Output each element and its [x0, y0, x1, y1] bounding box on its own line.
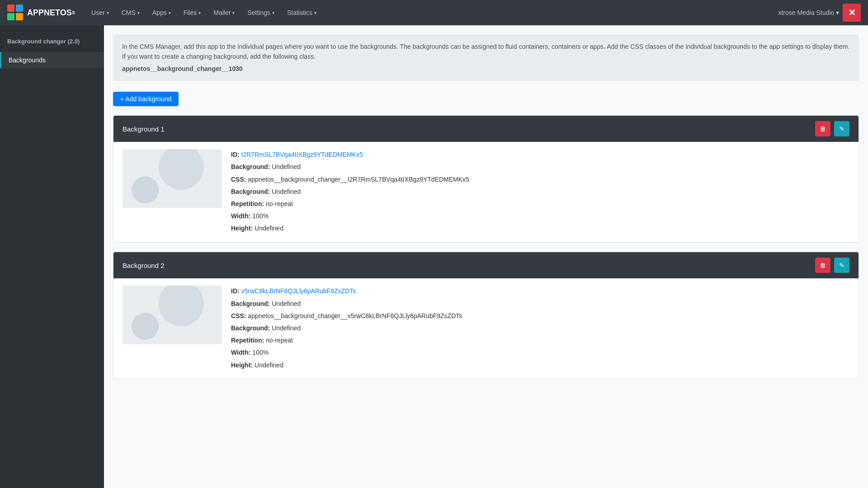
bg-delete-button-2[interactable]: 🗑 — [815, 258, 830, 273]
sidebar-item-backgrounds[interactable]: Backgrounds — [0, 52, 104, 68]
nav-items: User ▾ CMS ▾ Apps ▾ Files ▾ Mailer ▾ Set… — [86, 5, 322, 20]
bg-label-width-1: Width: — [231, 212, 250, 220]
bg-css-value-1: appnetos__background_changer__I2R7RmSL7B… — [248, 176, 469, 183]
sidebar-title: Background changer (2.0) — [0, 34, 104, 52]
files-chevron: ▾ — [198, 10, 201, 15]
bg-field-width-2: Width: 100% — [231, 347, 849, 358]
settings-chevron: ▾ — [272, 10, 274, 15]
bg-label-width-2: Width: — [231, 349, 250, 356]
bg-background-value-2: Undefined — [272, 300, 301, 307]
bg-card-body-2: ID: v5rwC8kLBrNF6QJLly6pARubF9ZsZDTs Bac… — [113, 278, 859, 379]
cms-chevron: ▾ — [137, 10, 140, 15]
close-button[interactable]: ✕ — [843, 4, 861, 22]
bg-edit-button-1[interactable]: ✎ — [834, 121, 849, 136]
brand-logo[interactable]: APPNETOS® — [7, 5, 75, 21]
brand-icon — [7, 5, 24, 21]
info-box: In the CMS Manager, add this app to the … — [113, 34, 859, 81]
bg-preview-2 — [123, 286, 222, 344]
nav-statistics[interactable]: Statistics ▾ — [282, 5, 322, 20]
bg-field-width-1: Width: 100% — [231, 211, 849, 222]
bg-width-value-1: 100% — [252, 212, 269, 220]
bg-field-height-2: Height: Undefined — [231, 360, 849, 371]
bg-label-background-2: Background: — [231, 300, 270, 307]
bg-field-height-1: Height: Undefined — [231, 223, 849, 234]
brand-sup: ® — [72, 10, 75, 15]
add-background-button[interactable]: + Add background — [113, 92, 179, 106]
bg-repetition-value-2: no-repeat — [266, 337, 293, 344]
bg-label-background2-1: Background: — [231, 188, 270, 195]
bg-card-2: Background 2 🗑 ✎ ID: v5rwC8kLBrNF6QJLly6… — [113, 252, 859, 379]
bg-field-background-2: Background: Undefined — [231, 298, 849, 310]
bg-background2-value-1: Undefined — [272, 188, 301, 195]
bg-field-background2-2: Background: Undefined — [231, 323, 849, 334]
nav-user[interactable]: User ▾ — [86, 5, 114, 20]
info-class-name: appnetos__background_changer__1030 — [122, 64, 850, 74]
bg-css-value-2: appnetos__background_changer__v5rwC8kLBr… — [248, 312, 462, 319]
statistics-chevron: ▾ — [314, 10, 316, 15]
layout: Background changer (2.0) Backgrounds In … — [0, 25, 868, 488]
bg-preview-1 — [123, 149, 222, 208]
bg-repetition-value-1: no-repeat — [266, 200, 293, 207]
nav-files[interactable]: Files ▾ — [178, 5, 207, 20]
bg-card-header-1: Background 1 🗑 ✎ — [113, 116, 859, 142]
bg-card-title-2: Background 2 — [123, 262, 165, 269]
bg-card-1: Background 1 🗑 ✎ ID: I2R7RmSL7BVqa4tIXBg… — [113, 115, 859, 243]
bg-height-value-1: Undefined — [255, 225, 283, 232]
nav-mailer[interactable]: Mailer ▾ — [208, 5, 240, 20]
bg-background-value-1: Undefined — [272, 163, 301, 170]
bg-width-value-2: 100% — [252, 349, 269, 356]
apps-chevron: ▾ — [169, 10, 171, 15]
bg-label-height-2: Height: — [231, 361, 253, 369]
bg-label-id-1: ID: — [231, 151, 240, 158]
bg-label-height-1: Height: — [231, 225, 253, 232]
bg-height-value-2: Undefined — [255, 361, 283, 369]
bg-label-background-1: Background: — [231, 163, 270, 170]
bg-label-background2-2: Background: — [231, 324, 270, 332]
bg-card-actions-1: 🗑 ✎ — [815, 121, 849, 136]
main-content: In the CMS Manager, add this app to the … — [104, 25, 868, 488]
bg-field-background2-1: Background: Undefined — [231, 186, 849, 197]
nav-apps[interactable]: Apps ▾ — [147, 5, 176, 20]
bg-field-id-1: ID: I2R7RmSL7BVqa4tIXBgz9YTdEDMEMKx5 — [231, 149, 849, 160]
bg-label-css-1: CSS: — [231, 176, 246, 183]
bg-edit-button-2[interactable]: ✎ — [834, 258, 849, 273]
bg-card-title-1: Background 1 — [123, 125, 165, 133]
user-chevron: ▾ — [107, 10, 109, 15]
bg-label-repetition-1: Repetition: — [231, 200, 264, 207]
brand-name: APPNETOS — [27, 8, 72, 18]
mailer-chevron: ▾ — [232, 10, 235, 15]
navbar: APPNETOS® User ▾ CMS ▾ Apps ▾ Files ▾ Ma… — [0, 0, 868, 25]
bg-id-value-2[interactable]: v5rwC8kLBrNF6QJLly6pARubF9ZsZDTs — [241, 287, 356, 295]
bg-field-id-2: ID: v5rwC8kLBrNF6QJLly6pARubF9ZsZDTs — [231, 286, 849, 297]
bg-label-repetition-2: Repetition: — [231, 337, 264, 344]
bg-field-repetition-1: Repetition: no-repeat — [231, 198, 849, 210]
navbar-right: xtrose Media Studio ▾ ✕ — [778, 4, 861, 22]
bg-field-css-1: CSS: appnetos__background_changer__I2R7R… — [231, 174, 849, 185]
bg-label-css-2: CSS: — [231, 312, 246, 319]
bg-cards-container: Background 1 🗑 ✎ ID: I2R7RmSL7BVqa4tIXBg… — [113, 115, 859, 380]
bg-card-actions-2: 🗑 ✎ — [815, 258, 849, 273]
nav-settings[interactable]: Settings ▾ — [242, 5, 280, 20]
bg-field-background-1: Background: Undefined — [231, 161, 849, 173]
bg-details-2: ID: v5rwC8kLBrNF6QJLly6pARubF9ZsZDTs Bac… — [231, 286, 849, 371]
bg-details-1: ID: I2R7RmSL7BVqa4tIXBgz9YTdEDMEMKx5 Bac… — [231, 149, 849, 235]
bg-card-header-2: Background 2 🗑 ✎ — [113, 252, 859, 278]
sidebar: Background changer (2.0) Backgrounds — [0, 25, 104, 488]
bg-label-id-2: ID: — [231, 287, 240, 295]
bg-field-css-2: CSS: appnetos__background_changer__v5rwC… — [231, 310, 849, 322]
bg-field-repetition-2: Repetition: no-repeat — [231, 335, 849, 346]
bg-delete-button-1[interactable]: 🗑 — [815, 121, 830, 136]
bg-id-value-1[interactable]: I2R7RmSL7BVqa4tIXBgz9YTdEDMEMKx5 — [241, 151, 363, 158]
bg-background2-value-2: Undefined — [272, 324, 301, 332]
studio-label[interactable]: xtrose Media Studio ▾ — [778, 9, 839, 16]
info-text: In the CMS Manager, add this app to the … — [122, 43, 849, 60]
nav-cms[interactable]: CMS ▾ — [116, 5, 145, 20]
bg-card-body-1: ID: I2R7RmSL7BVqa4tIXBgz9YTdEDMEMKx5 Bac… — [113, 142, 859, 242]
sidebar-item-backgrounds-label: Backgrounds — [9, 56, 46, 64]
